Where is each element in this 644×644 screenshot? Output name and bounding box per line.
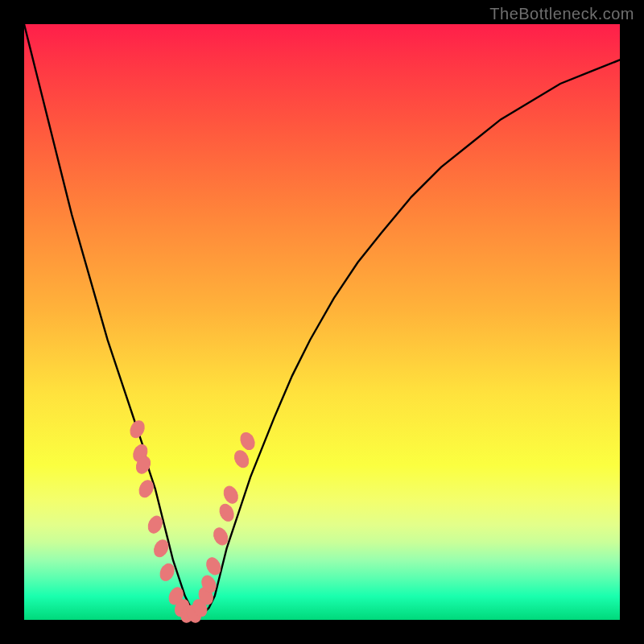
marker-point [232,448,251,470]
chart-frame: TheBottleneck.com [0,0,644,644]
watermark-text: TheBottleneck.com [489,5,634,23]
marker-point [217,502,237,523]
marker-point [221,484,241,506]
marker-point [128,419,147,440]
sample-markers [128,419,258,625]
plot-area [24,24,620,620]
bottleneck-curve [24,24,620,614]
marker-point [238,431,258,452]
curve-layer [24,24,620,620]
